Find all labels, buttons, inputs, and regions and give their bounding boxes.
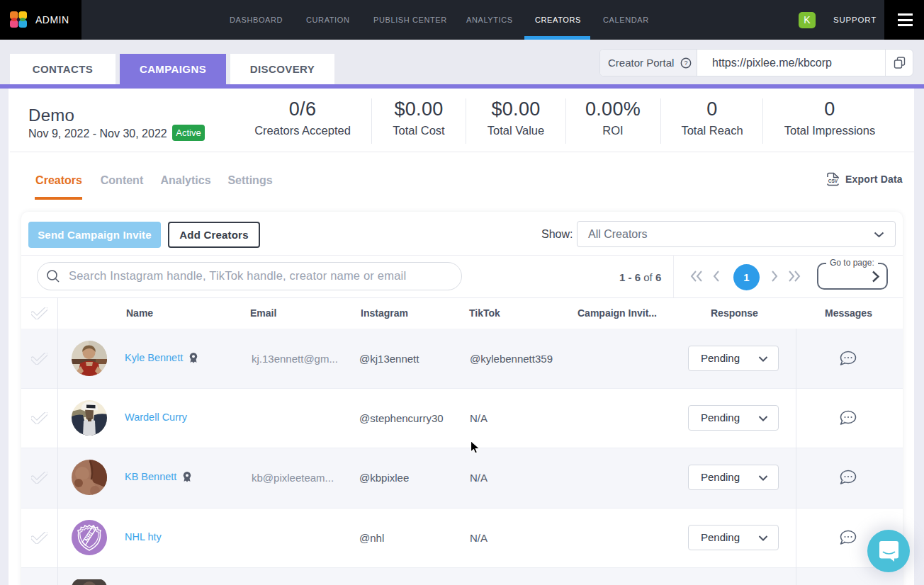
svg-text:?: ? <box>684 59 687 67</box>
svg-text:CSV: CSV <box>828 178 838 183</box>
